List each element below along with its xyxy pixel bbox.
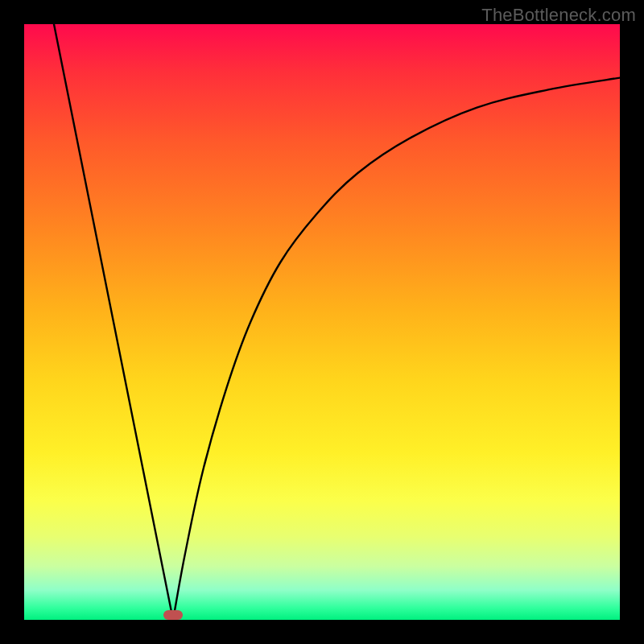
plot-area <box>24 24 620 620</box>
right-branch-path <box>173 78 620 620</box>
watermark-text: TheBottleneck.com <box>481 5 636 26</box>
left-branch-path <box>54 24 173 620</box>
curve-svg <box>24 24 620 620</box>
minimum-marker <box>163 610 183 620</box>
chart-frame: TheBottleneck.com <box>0 0 644 644</box>
